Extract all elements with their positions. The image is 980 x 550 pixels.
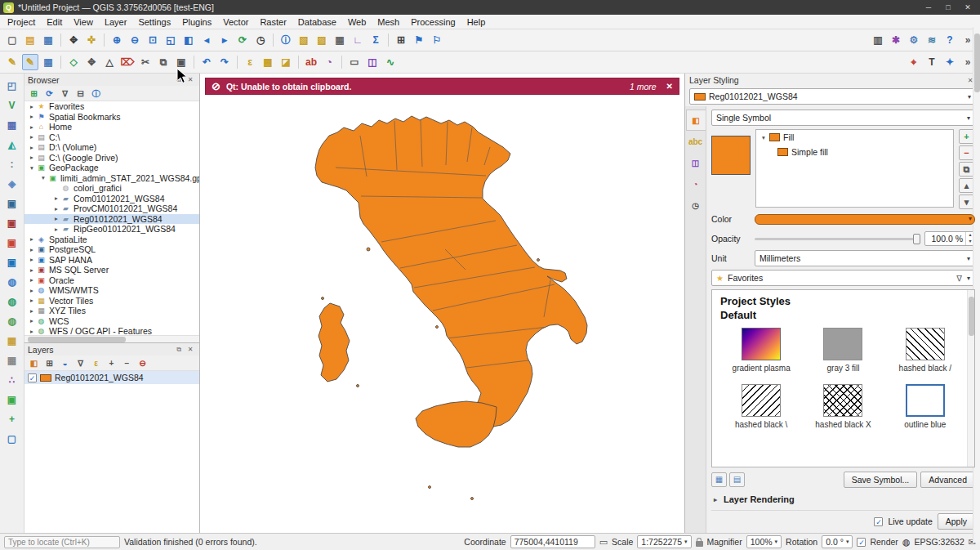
add-wcs-layer-button[interactable]: ◍ xyxy=(4,293,20,310)
zoom-to-selection-button[interactable]: ◱ xyxy=(163,32,179,48)
lock-scale-icon[interactable] xyxy=(696,541,703,547)
measure-line-tool[interactable]: ∟ xyxy=(350,32,366,48)
expander-icon[interactable]: ▸ xyxy=(52,215,60,222)
copy-features-button[interactable]: ⧉ xyxy=(155,54,172,70)
processing-toolbox-button[interactable]: ⚙ xyxy=(906,32,922,48)
zoom-full-button[interactable]: ⊡ xyxy=(145,32,161,48)
add-vector-tile-layer-button[interactable]: ▦ xyxy=(4,333,20,349)
save-symbol-button[interactable]: Save Symbol... xyxy=(844,472,918,488)
current-edits-button[interactable]: ✎ xyxy=(4,54,20,70)
style-icon-view-button[interactable]: ▦ xyxy=(711,472,727,487)
collapse-all-button[interactable]: ⊟ xyxy=(74,87,87,100)
menu-item[interactable]: Plugins xyxy=(176,16,217,28)
expander-icon[interactable]: ▾ xyxy=(39,174,47,181)
add-polygon-feature-tool[interactable]: ◇ xyxy=(65,54,82,70)
add-point-cloud-layer-button[interactable]: ∴ xyxy=(4,372,20,388)
layer-rendering-toggle[interactable]: ▸ Layer Rendering xyxy=(711,492,975,507)
browser-tree-item[interactable]: ▸ ⌂ Home xyxy=(24,122,199,132)
save-project-button[interactable]: ▦ xyxy=(40,32,56,48)
layer-visibility-checkbox[interactable]: ✓ xyxy=(28,373,37,382)
pan-map-tool[interactable]: ✥ xyxy=(65,32,82,48)
remove-layer-button[interactable]: ⊖ xyxy=(136,356,149,369)
undo-button[interactable]: ↶ xyxy=(198,54,215,70)
add-xyz-layer-button[interactable]: ▦ xyxy=(4,352,20,369)
new-3d-map-view-button[interactable]: ◫ xyxy=(364,54,381,70)
new-map-view-button[interactable]: ⊞ xyxy=(393,32,409,48)
toolbar-icon[interactable] xyxy=(298,56,299,69)
spin-arrows-icon[interactable]: ▾ xyxy=(775,536,778,548)
new-shapefile-layer-button[interactable]: + xyxy=(4,411,20,427)
browser-tree-item[interactable]: ▾ ▣ limiti_admin_STAT_2021_WGS84.gpkg xyxy=(24,173,199,184)
expander-icon[interactable]: ▸ xyxy=(28,266,36,274)
apply-button[interactable]: Apply xyxy=(938,513,975,530)
refresh-browser-button[interactable]: ⟳ xyxy=(42,87,56,100)
expander-icon[interactable]: ▸ xyxy=(28,133,36,141)
advanced-button[interactable]: Advanced xyxy=(920,472,975,488)
browser-tree-item[interactable]: ◍ colori_grafici xyxy=(24,183,199,194)
zoom-to-layer-button[interactable]: ◧ xyxy=(180,32,197,48)
select-all-features-button[interactable]: ▩ xyxy=(260,54,276,70)
minimize-icon[interactable]: ─ xyxy=(920,3,938,11)
browser-tree-item[interactable]: ▸ ▣ Oracle xyxy=(24,275,199,286)
opacity-spinbox[interactable]: 100.0 % ▴▾ xyxy=(924,231,975,246)
toolbar-icon[interactable] xyxy=(341,56,342,69)
browser-tree-item[interactable]: ▸ ▣ SAP HANA xyxy=(24,255,199,266)
menu-item[interactable]: Help xyxy=(461,16,492,28)
new-virtual-layer-button[interactable]: ▢ xyxy=(4,431,20,447)
add-group-button[interactable]: ⊞ xyxy=(42,356,56,369)
expander-icon[interactable]: ▸ xyxy=(28,317,36,324)
georeferencer-button[interactable]: ⌖ xyxy=(906,54,922,70)
menu-item[interactable]: Mesh xyxy=(372,16,405,28)
browser-tree-item[interactable]: ▸ ▤ D:\ (Volume) xyxy=(24,142,199,153)
layer-row[interactable]: ✓ Reg01012021_WGS84 xyxy=(24,371,199,384)
expander-icon[interactable]: ▸ xyxy=(52,226,60,233)
menu-item[interactable]: Layer xyxy=(99,16,133,28)
color-picker-bar[interactable]: ▾ xyxy=(755,214,975,225)
manage-map-themes-button[interactable]: ◒ xyxy=(58,356,72,369)
expander-icon[interactable]: ▸ xyxy=(28,144,36,151)
style-manager-button[interactable]: ✱ xyxy=(888,32,904,48)
expander-icon[interactable]: ▾ xyxy=(28,164,36,172)
pan-to-selection-tool[interactable]: ✜ xyxy=(83,32,100,48)
select-features-tool[interactable]: ▧ xyxy=(296,32,312,48)
expander-icon[interactable]: ▸ xyxy=(28,276,36,284)
styles-vertical-scrollbar[interactable] xyxy=(967,290,974,467)
zoom-in-tool[interactable]: ⊕ xyxy=(109,32,125,48)
new-project-button[interactable]: ▢ xyxy=(4,32,20,48)
add-wfs-layer-button[interactable]: ◍ xyxy=(4,313,20,329)
filter-legend-button[interactable]: ∇ xyxy=(74,356,87,369)
identify-features-tool[interactable]: ⓘ xyxy=(278,32,294,48)
filter-by-expression-button[interactable]: ε xyxy=(89,356,103,369)
style-item[interactable]: outline blue xyxy=(884,384,966,429)
expander-icon[interactable]: ▸ xyxy=(28,287,36,294)
show-spatial-bookmarks-button[interactable]: ⚐ xyxy=(429,32,445,48)
statistical-summary-button[interactable]: Σ xyxy=(368,32,384,48)
collapse-all-layers-button[interactable]: − xyxy=(120,356,134,369)
labeling-options-button[interactable]: ab xyxy=(303,54,319,70)
menu-item[interactable]: Vector xyxy=(217,16,254,28)
add-delimited-text-layer-button[interactable]: : xyxy=(4,156,20,172)
browser-tree-item[interactable]: ▸ ▦ Vector Tiles xyxy=(24,296,199,306)
expander-icon[interactable]: ▸ xyxy=(52,205,60,212)
show-layout-manager-button[interactable]: ▥ xyxy=(870,32,886,48)
open-layer-styling-panel-button[interactable]: ◧ xyxy=(27,356,41,369)
toolbar-icon[interactable] xyxy=(388,34,389,47)
add-oracle-layer-button[interactable]: ▣ xyxy=(4,235,20,251)
opacity-slider[interactable] xyxy=(755,233,920,244)
browser-properties-button[interactable]: ⓘ xyxy=(89,87,103,100)
symbol-type-combo[interactable]: Single Symbol ▾ xyxy=(711,110,975,126)
browser-tree-item[interactable]: ▾ ▣ GeoPackage xyxy=(24,163,199,173)
expander-icon[interactable]: ▸ xyxy=(28,123,36,131)
menu-item[interactable]: Web xyxy=(342,16,372,28)
add-hana-layer-button[interactable]: ▣ xyxy=(4,254,20,271)
add-wms-layer-button[interactable]: ◍ xyxy=(4,274,20,290)
refresh-map-button[interactable]: ⟳ xyxy=(234,32,251,48)
python-console-button[interactable]: ≋ xyxy=(924,32,940,48)
new-geopackage-layer-button[interactable]: ▣ xyxy=(4,391,20,408)
browser-tree-item[interactable]: ▸ ▰ RipGeo01012021_WGS84 xyxy=(24,224,199,235)
expander-icon[interactable]: ▸ xyxy=(28,113,36,120)
expander-icon[interactable]: ▸ xyxy=(28,297,36,304)
float-panel-icon[interactable]: ⧉ xyxy=(173,346,185,354)
tab-history[interactable]: ◷ xyxy=(686,195,706,216)
scale-combo[interactable]: 1:7252275 ▾ xyxy=(637,535,691,548)
